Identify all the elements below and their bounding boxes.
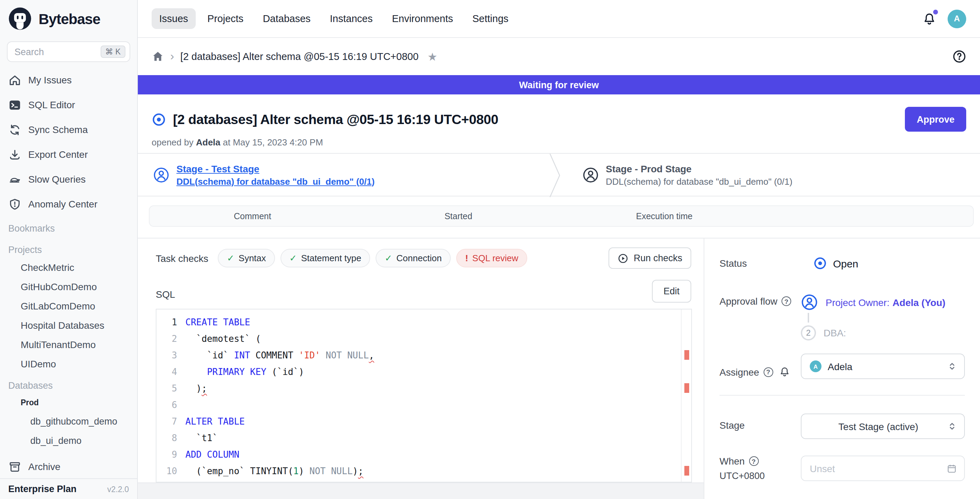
home-icon [8,73,21,86]
plan-name: Enterprise Plan [8,484,76,494]
plan-row: Enterprise Plan v2.2.0 [0,478,137,499]
stage-prod-stage[interactable]: Stage - Prod Stage DDL(schema) for datab… [582,154,792,196]
plan-version: v2.2.0 [107,485,129,493]
step-number-badge: 2 [801,325,816,340]
check-statement-type[interactable]: ✓ Statement type [280,249,371,267]
code-line: 6 [156,396,680,413]
approval-connector [808,313,809,323]
sync-icon [8,123,21,136]
sidebar-project-githubcomdemo[interactable]: GitHubComDemo [0,277,137,296]
check-label: Syntax [239,253,266,263]
subscribe-bell-icon[interactable] [778,366,790,378]
check-sql-review[interactable]: ! SQL review [456,249,527,267]
sidebar-project-uidemo[interactable]: UIDemo [0,354,137,373]
sidebar-project-gitlabcomdemo[interactable]: GitLabComDemo [0,296,137,316]
stage-test-stage[interactable]: Stage - Test Stage DDL(schema) for datab… [153,163,375,186]
tab-settings[interactable]: Settings [465,8,516,29]
question-circle-icon[interactable]: ? [749,456,759,466]
sidebar-item-sql-editor[interactable]: SQL Editor [0,92,137,117]
stage-task-link[interactable]: DDL(schema) for database "db_ui_demo" (0… [177,176,375,186]
stage-select[interactable]: Test Stage (active) [801,413,965,439]
when-placeholder: Unset [810,463,946,474]
logo[interactable]: Bytebase [0,0,137,36]
approve-button[interactable]: Approve [905,107,966,132]
main-area: Issues Projects Databases Instances Envi… [138,0,980,499]
tab-databases[interactable]: Databases [255,8,318,29]
approval-approver[interactable]: Adela (You) [892,297,945,308]
tab-instances[interactable]: Instances [322,8,380,29]
sidebar-db-githubcom-demo[interactable]: db_githubcom_demo [0,412,137,431]
sql-panel: Task checks ✓ Syntax ✓ Statement type ✓ … [138,238,704,499]
chevron-right-icon: › [170,50,174,62]
help-icon[interactable] [953,49,966,64]
sidebar-project-checkmetric[interactable]: CheckMetric [0,258,137,277]
sidebar-section-projects[interactable]: Projects [0,237,137,258]
breadcrumb-title: [2 databases] Alter schema @05-15 16:19 … [180,51,418,62]
when-datetime-input[interactable]: Unset [801,456,965,481]
content-split: Task checks ✓ Syntax ✓ Statement type ✓ … [138,238,980,499]
sidebar-item-anomaly-center[interactable]: Anomaly Center [0,192,137,216]
search-input[interactable]: Search ⌘ K [7,41,130,62]
sidebar-project-hospital-databases[interactable]: Hospital Databases [0,316,137,335]
sql-label: SQL [156,288,175,299]
when-label-row: When ? UTC+0800 [719,456,765,481]
check-connection[interactable]: ✓ Connection [376,249,451,267]
editor-overview-ruler[interactable] [681,310,691,482]
sidebar-item-export-center[interactable]: Export Center [0,142,137,167]
sidebar-item-archive[interactable]: Archive [0,454,137,479]
notification-badge [933,9,938,14]
status-value: Open [833,257,858,269]
run-checks-button[interactable]: Run checks [609,248,691,269]
sidebar-db-ui-demo[interactable]: db_ui_demo [0,431,137,450]
code-lines: 1CREATE TABLE 2 `demotest` ( 3 `id` INT … [156,314,680,479]
task-checks-label: Task checks [156,253,208,264]
column-header-execution-time: Execution time [636,211,693,221]
assignee-avatar: A [810,361,821,372]
approval-step-2: 2 DBA: [801,325,846,340]
bytebase-app: Bytebase Search ⌘ K My Issues SQL Editor… [0,0,980,499]
question-circle-icon[interactable]: ? [763,367,773,377]
sql-editor[interactable]: 1CREATE TABLE 2 `demotest` ( 3 `id` INT … [156,309,692,483]
avatar[interactable]: A [948,9,966,28]
assignee-select[interactable]: A Adela [801,354,965,379]
status-row: Status Open [719,256,966,270]
approval-step-1[interactable]: Project Owner: Adela (You) [801,294,945,311]
top-nav: Issues Projects Databases Instances Envi… [138,0,980,38]
opened-at-text: at May 15, 2023 4:20 PM [223,137,323,148]
code-line: 8 `t1` [156,429,680,446]
edit-button[interactable]: Edit [652,280,691,303]
search-placeholder: Search [14,46,100,57]
issue-title: [2 databases] Alter schema @05-15 16:19 … [173,111,498,127]
person-circle-icon [153,167,170,183]
check-label: Statement type [301,253,361,263]
warning-icon: ! [465,253,468,263]
sidebar-item-sync-schema[interactable]: Sync Schema [0,117,137,142]
search-shortcut-badge: ⌘ K [100,46,126,58]
tab-issues[interactable]: Issues [152,8,196,29]
star-icon[interactable]: ★ [428,50,438,63]
sidebar-project-multitenantdemo[interactable]: MultiTenantDemo [0,335,137,354]
sidebar-item-label: Archive [28,461,60,472]
person-circle-icon [582,167,599,183]
question-circle-icon[interactable]: ? [781,296,791,306]
stage-title: Stage - Prod Stage [606,163,792,174]
tab-environments[interactable]: Environments [384,8,460,29]
sidebar-section-databases[interactable]: Databases [0,373,137,394]
terminal-icon [8,98,21,111]
issue-author[interactable]: Adela [196,137,221,148]
panel-footer-strip [138,483,704,499]
person-circle-icon [801,294,818,311]
stage-title-link[interactable]: Stage - Test Stage [177,163,375,174]
sidebar-item-slow-queries[interactable]: Slow Queries [0,167,137,192]
check-syntax[interactable]: ✓ Syntax [218,249,275,267]
assignee-value: Adela [828,361,947,372]
calendar-icon [946,463,957,474]
home-icon[interactable] [152,50,164,63]
column-header-started: Started [444,211,473,221]
sidebar-item-my-issues[interactable]: My Issues [0,68,137,92]
sidebar-section-bookmarks[interactable]: Bookmarks [0,216,137,237]
tab-projects[interactable]: Projects [200,8,251,29]
notifications-button[interactable] [922,11,937,26]
panel-divider [719,395,965,396]
sidebar: Bytebase Search ⌘ K My Issues SQL Editor… [0,0,138,499]
